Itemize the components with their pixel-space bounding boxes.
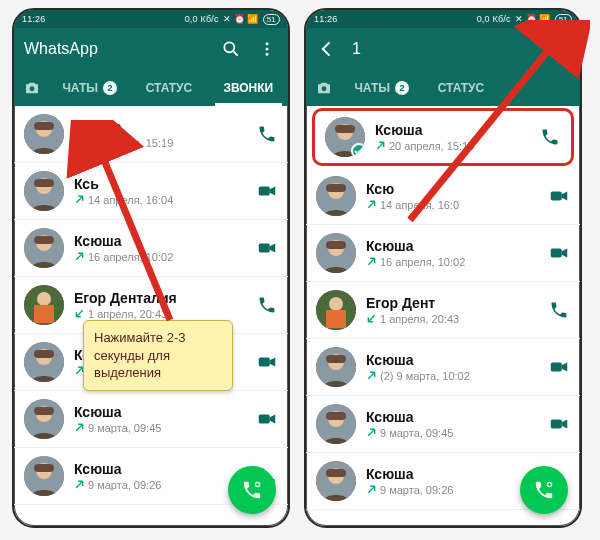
video-call-icon[interactable] <box>548 185 570 207</box>
video-call-icon[interactable] <box>256 408 278 430</box>
svg-rect-15 <box>34 236 54 244</box>
contact-name: Ксюша <box>366 409 538 425</box>
call-row[interactable]: Егор Дент1 апреля, 20:43 <box>306 282 580 339</box>
avatar[interactable] <box>316 233 356 273</box>
svg-rect-30 <box>34 464 54 472</box>
direction-icon <box>366 199 377 212</box>
tab-calls[interactable] <box>501 70 580 106</box>
video-call-icon[interactable] <box>256 237 278 259</box>
svg-rect-57 <box>326 469 346 477</box>
chats-badge: 2 <box>103 81 117 95</box>
tab-status[interactable]: СТАТУС <box>421 70 500 106</box>
call-info: Ксю14 апреля, 16:0 <box>366 181 538 212</box>
call-time: 16 апреля, 10:02 <box>88 251 173 263</box>
camera-tab-icon[interactable] <box>14 79 50 97</box>
search-icon[interactable] <box>220 38 242 60</box>
avatar[interactable] <box>24 171 64 211</box>
svg-point-32 <box>322 86 327 91</box>
new-call-fab[interactable] <box>228 466 276 514</box>
avatar[interactable] <box>24 114 64 154</box>
video-call-icon[interactable] <box>548 413 570 435</box>
avatar[interactable] <box>24 456 64 496</box>
avatar[interactable] <box>24 228 64 268</box>
call-row[interactable]: Ксюша(2) 9 марта, 10:02 <box>306 339 580 396</box>
contact-name: Ксюша <box>366 466 538 482</box>
call-row[interactable]: Ксь14 апреля, 16:04 <box>14 163 288 220</box>
tab-calls-label: ЗВОНКИ <box>223 81 273 95</box>
call-time: 1 апреля, 20:43 <box>380 313 459 325</box>
voice-call-icon[interactable] <box>539 126 561 148</box>
avatar[interactable] <box>316 290 356 330</box>
avatar[interactable] <box>316 404 356 444</box>
svg-rect-42 <box>326 241 346 249</box>
call-time: 14 апреля, 16:0 <box>380 199 459 211</box>
avatar[interactable] <box>325 117 365 157</box>
tab-status[interactable]: СТАТУС <box>129 70 208 106</box>
contact-name: Ксюша <box>366 352 538 368</box>
call-list[interactable]: Ксюша20 апреля, 15:19Ксь14 апреля, 16:04… <box>14 106 288 526</box>
avatar[interactable] <box>24 285 64 325</box>
svg-point-0 <box>224 42 234 52</box>
contact-name: Ксю <box>366 181 538 197</box>
svg-rect-35 <box>335 125 355 133</box>
video-call-icon[interactable] <box>256 180 278 202</box>
call-row[interactable]: Ксюша16 апреля, 10:02 <box>14 220 288 277</box>
call-row[interactable]: Ксюша9 марта, 09:45 <box>14 391 288 448</box>
contact-name: Ксюша <box>74 233 246 249</box>
video-call-icon[interactable] <box>548 242 570 264</box>
svg-rect-12 <box>259 186 270 195</box>
voice-call-icon[interactable] <box>256 123 278 145</box>
svg-rect-19 <box>34 305 54 323</box>
call-meta: (2) 9 марта, 10:02 <box>366 370 538 383</box>
direction-icon <box>366 427 377 440</box>
svg-rect-53 <box>326 412 346 420</box>
voice-call-icon[interactable] <box>256 294 278 316</box>
app-bar: WhatsApp <box>14 28 288 70</box>
call-row[interactable]: Ксюша20 апреля, 15:19 <box>312 108 574 166</box>
call-time: 9 марта, 09:26 <box>380 484 453 496</box>
avatar[interactable] <box>316 176 356 216</box>
back-icon[interactable] <box>316 38 338 60</box>
avatar[interactable] <box>316 461 356 501</box>
delete-icon[interactable] <box>548 38 570 60</box>
call-row[interactable]: Ксюша9 марта, 09:45 <box>306 396 580 453</box>
contact-name: Егор Дент <box>366 295 538 311</box>
avatar[interactable] <box>316 347 356 387</box>
direction-icon <box>74 251 85 264</box>
svg-rect-11 <box>34 179 54 187</box>
chats-badge: 2 <box>395 81 409 95</box>
contact-name: Егор Денталия <box>74 290 246 306</box>
call-time: 16 апреля, 10:02 <box>380 256 465 268</box>
call-row[interactable]: Ксюша16 апреля, 10:02 <box>306 225 580 282</box>
call-time: 20 апреля, 15:19 <box>88 137 173 149</box>
tab-calls[interactable]: ЗВОНКИ <box>209 70 288 106</box>
status-bar: 11:26 0,0 Кб/с ✕ ⏰ 📶 51 <box>14 10 288 28</box>
tab-chats[interactable]: ЧАТЫ 2 <box>50 70 129 106</box>
call-row[interactable]: Ксюша20 апреля, 15:19 <box>14 106 288 163</box>
voice-call-icon[interactable] <box>548 299 570 321</box>
call-info: Ксюша9 марта, 09:26 <box>74 461 246 492</box>
avatar[interactable] <box>24 399 64 439</box>
tab-chats[interactable]: ЧАТЫ 2 <box>342 70 421 106</box>
video-call-icon[interactable] <box>256 351 278 373</box>
direction-icon <box>74 422 85 435</box>
video-call-icon[interactable] <box>548 356 570 378</box>
svg-rect-27 <box>259 414 270 423</box>
direction-icon <box>375 140 386 153</box>
more-icon[interactable] <box>256 38 278 60</box>
svg-point-5 <box>30 86 35 91</box>
avatar[interactable] <box>24 342 64 382</box>
call-time: 20 апреля, 15:19 <box>389 140 474 152</box>
new-call-fab[interactable] <box>520 466 568 514</box>
svg-point-3 <box>266 48 269 51</box>
call-list[interactable]: Ксюша20 апреля, 15:19Ксю14 апреля, 16:0К… <box>306 106 580 526</box>
call-meta: 14 апреля, 16:0 <box>366 199 538 212</box>
svg-rect-16 <box>259 243 270 252</box>
call-row[interactable]: Ксю14 апреля, 16:0 <box>306 168 580 225</box>
call-time: 9 марта, 09:26 <box>88 479 161 491</box>
camera-tab-icon[interactable] <box>306 79 342 97</box>
call-meta: 9 марта, 09:26 <box>74 479 246 492</box>
selected-check-icon <box>351 143 365 157</box>
call-info: Ксюша(2) 9 марта, 10:02 <box>366 352 538 383</box>
selection-count: 1 <box>352 40 534 58</box>
